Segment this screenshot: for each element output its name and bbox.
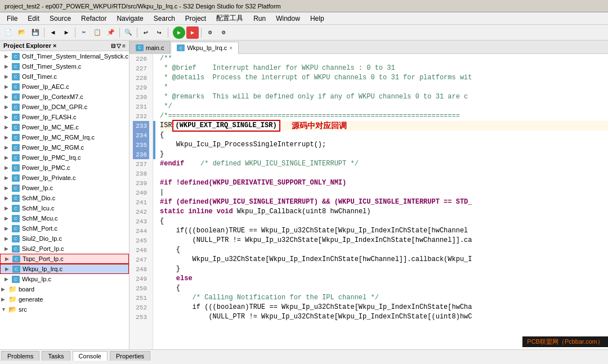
code-content[interactable]: /** * @brief Interrupt handler for WKPU …	[155, 54, 608, 349]
tree-folder-generate[interactable]: ▶ 📁 generate	[0, 294, 129, 304]
tree-item-power-mc-rgm[interactable]: ▶ C Power_Ip_MC_RGM.c	[0, 142, 129, 152]
line-num-228: 228	[133, 73, 149, 83]
tab-problems[interactable]: Problems	[1, 351, 39, 361]
toolbar-cut[interactable]: ✂	[78, 26, 90, 39]
arrow: ▶	[5, 134, 11, 140]
toolbar-sep4	[137, 28, 137, 38]
toolbar-forward[interactable]: ▶	[60, 26, 73, 39]
toolbar-undo[interactable]: ↩	[140, 26, 152, 39]
line-num-236: 236	[133, 150, 149, 159]
tree-item-power-dcm[interactable]: ▶ C Power_Ip_DCM_GPR.c	[0, 102, 129, 112]
tree-item-schm-dio[interactable]: ▶ C SchM_Dio.c	[0, 193, 129, 203]
menu-edit[interactable]: Edit	[23, 14, 44, 24]
tree-item-power-flash[interactable]: ▶ C Power_Ip_FLASH.c	[0, 112, 129, 122]
line-num-243: 243	[133, 217, 149, 226]
explorer-menu[interactable]: ≡	[122, 43, 126, 49]
toolbar-extra2[interactable]: ⚙	[217, 26, 230, 39]
tab-wkpu-irq[interactable]: C Wkpu_Ip_Irq.c ×	[171, 42, 239, 54]
code-text: {	[160, 284, 180, 293]
tree-item-tspc[interactable]: ▶ C Tspc_Port_Ip.c	[0, 254, 129, 264]
tab-properties[interactable]: Properties	[110, 351, 150, 361]
arrow: ▶	[5, 155, 11, 160]
tree-item-osif-timer-systick[interactable]: ▶ C OsIf_Timer_System_Internal_Systick.c	[0, 51, 129, 61]
tree-label: OsIf_Timer_System_Internal_Systick.c	[22, 53, 128, 60]
menu-help[interactable]: Help	[306, 14, 329, 24]
tab-tasks[interactable]: Tasks	[42, 351, 70, 361]
file-icon: C	[11, 245, 20, 253]
tree-folder-board[interactable]: ▶ 📁 board	[0, 284, 129, 294]
tree-item-schm-mcu[interactable]: ▶ C SchM_Mcu.c	[0, 213, 129, 223]
tree-item-power-aec[interactable]: ▶ C Power_Ip_AEC.c	[0, 82, 129, 92]
menu-window[interactable]: Window	[271, 14, 305, 24]
tab-console[interactable]: Console	[73, 351, 108, 361]
tree-item-osif-timer-system[interactable]: ▶ C OsIf_Timer_System.c	[0, 61, 129, 71]
toolbar-open[interactable]: 📂	[16, 26, 28, 39]
code-line-231: */	[160, 102, 608, 111]
tree-item-power-cortex[interactable]: ▶ C Power_Ip_CortexM7.c	[0, 92, 129, 102]
tree-item-power-pmc[interactable]: ▶ C Power_Ip_PMC.c	[0, 163, 129, 173]
code-text: * @details Process the interrupt of WKPU…	[160, 73, 472, 83]
tree-item-wkpu[interactable]: ▶ C Wkpu_Ip.c	[0, 274, 129, 284]
tree-label: src	[19, 306, 27, 313]
menu-source[interactable]: Source	[45, 14, 75, 24]
tree-item-siul2-port[interactable]: ▶ C Siul2_Port_Ip.c	[0, 244, 129, 254]
tree-item-schm-icu[interactable]: ▶ C SchM_Icu.c	[0, 203, 129, 213]
menu-refactor[interactable]: Refactor	[77, 14, 111, 24]
explorer-filter[interactable]: ▽	[117, 43, 121, 49]
tree-item-schm-port[interactable]: ▶ C SchM_Port.c	[0, 223, 129, 233]
toolbar-sep6	[201, 28, 202, 38]
tree-label: Wkpu_Ip.c	[22, 276, 51, 282]
tree-label: Power_Ip_PMC.c	[22, 164, 70, 171]
tree-item-power-pmc-irq[interactable]: ▶ C Power_Ip_PMC_Irq.c	[0, 152, 129, 163]
toolbar-redo[interactable]: ↪	[153, 26, 166, 39]
tree-item-power[interactable]: ▶ C Power_Ip.c	[0, 183, 129, 193]
tree-item-osif-timer[interactable]: ▶ C OsIf_Timer.c	[0, 71, 129, 82]
toolbar-copy[interactable]: 📋	[91, 26, 104, 39]
file-icon: C	[11, 154, 20, 161]
tree-item-siul2-dio[interactable]: ▶ C Siul2_Dio_Ip.c	[0, 233, 129, 244]
line-num-229: 229	[133, 83, 149, 92]
toolbar-sep3	[119, 28, 120, 38]
file-icon: C	[11, 184, 20, 192]
menu-project[interactable]: Project	[181, 14, 211, 24]
tree-item-power-mc-rgm-irq[interactable]: ▶ C Power_Ip_MC_RGM_Irq.c	[0, 132, 129, 142]
tab-close[interactable]: ×	[229, 45, 233, 51]
explorer-collapse[interactable]: ⊟	[111, 43, 115, 49]
tree-folder-src[interactable]: ▼ 📂 src	[0, 304, 129, 314]
toolbar-sep1	[44, 28, 44, 38]
tree-item-power-mc-me[interactable]: ▶ C Power_Ip_MC_ME.c	[0, 122, 129, 132]
toolbar-new[interactable]: 📄	[2, 26, 15, 39]
tab-main-c[interactable]: C main.c	[129, 41, 170, 53]
menu-tools[interactable]: 配置工具	[212, 12, 248, 24]
code-text	[213, 207, 217, 217]
main-layout: Project Explorer × ⊟ ▽ ≡ ▶ C OsIf_Timer_…	[0, 41, 608, 349]
toolbar-extra1[interactable]: ⚙	[204, 26, 216, 39]
tree-item-wkpu-irq[interactable]: ▶ C Wkpu_Ip_Irq.c	[0, 264, 129, 274]
toolbar-paste[interactable]: 📌	[105, 26, 117, 39]
tree-label: Wkpu_Ip_Irq.c	[23, 266, 62, 272]
line-num-238: 238	[133, 169, 149, 178]
line-num-240: 240	[133, 188, 149, 197]
toolbar-search[interactable]: 🔍	[122, 26, 135, 39]
code-keyword-inline: inline	[188, 207, 212, 217]
file-icon: C	[11, 275, 20, 283]
file-icon: C	[11, 113, 20, 121]
line-num-237: 237	[133, 159, 149, 169]
code-text	[184, 207, 188, 217]
file-icon: C	[11, 62, 20, 70]
menu-file[interactable]: File	[2, 14, 22, 24]
toolbar-debug[interactable]: ▶	[186, 26, 199, 39]
menu-run[interactable]: Run	[249, 14, 270, 24]
toolbar-save[interactable]: 💾	[29, 26, 42, 39]
menu-search[interactable]: Search	[149, 14, 180, 24]
toolbar-run[interactable]: ▶	[173, 26, 185, 39]
toolbar-back[interactable]: ◀	[47, 26, 59, 39]
code-line-245: (NULL_PTR != Wkpu_Ip_u32ChState[Wkpu_Ip_…	[160, 236, 608, 245]
folder-icon-open: 📂	[8, 305, 17, 313]
file-icon: C	[11, 73, 20, 80]
arrow: ▶	[5, 104, 11, 110]
code-line-252: if (((boolean)TRUE == Wkpu_Ip_u32ChState…	[160, 303, 608, 312]
tree-item-power-private[interactable]: ▶ C Power_Ip_Private.c	[0, 173, 129, 183]
arrow: ▶	[5, 74, 11, 79]
menu-navigate[interactable]: Navigate	[112, 14, 147, 24]
